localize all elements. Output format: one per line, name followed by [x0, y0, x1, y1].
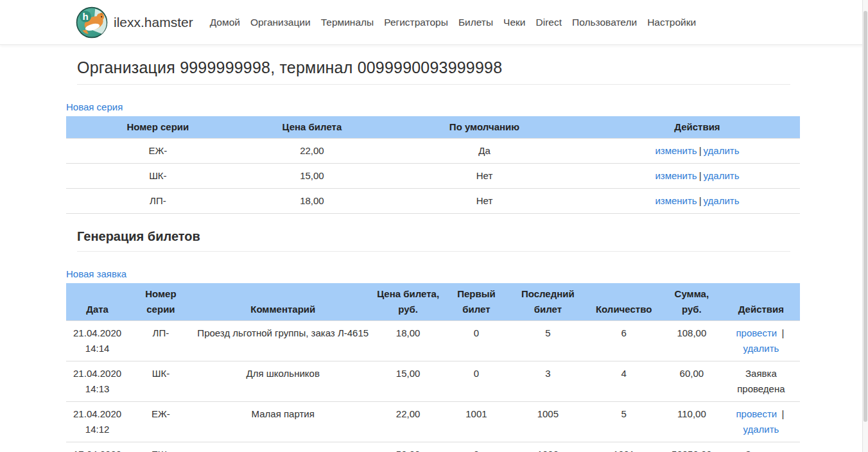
table-row: 21.04.2020 14:12 ЕЖ- Малая партия 22,00 … — [66, 402, 800, 442]
nav-item-users[interactable]: Пользователи — [567, 13, 642, 32]
cell-first-ticket: 0 — [443, 321, 509, 361]
action-separator: | — [699, 170, 702, 181]
cell-sum: 60,00 — [661, 361, 722, 402]
delete-link[interactable]: удалить — [704, 145, 740, 156]
cell-date: 21.04.2020 14:13 — [66, 361, 128, 402]
svg-text:h: h — [82, 10, 88, 21]
cell-comment — [193, 442, 373, 452]
delete-link[interactable]: удалить — [704, 195, 740, 206]
table-row: ШК- 15,00 Нет изменить|удалить — [66, 164, 800, 189]
col-header-series-number: Номер серии — [128, 283, 193, 321]
cell-actions: изменить|удалить — [595, 139, 800, 164]
nav-item-organizations[interactable]: Организации — [245, 13, 316, 32]
action-separator: | — [781, 327, 784, 338]
table-row: 17.04.2020 15:20 ЕЖ- 50,00 0 1000 1001 5… — [66, 442, 800, 452]
nav-item-settings[interactable]: Настройки — [642, 13, 701, 32]
action-separator: | — [699, 145, 702, 156]
cell-status: Заявка проведена — [722, 361, 800, 402]
scrollbar-thumb[interactable] — [864, 11, 867, 422]
nav-item-home[interactable]: Домой — [205, 13, 245, 32]
cell-actions: провести | удалить — [722, 321, 800, 361]
cell-first-ticket: 1001 — [443, 402, 509, 442]
cell-series-number: ЛП- — [128, 321, 193, 361]
cell-count: 6 — [586, 321, 661, 361]
edit-link[interactable]: изменить — [655, 170, 697, 181]
edit-link[interactable]: изменить — [655, 145, 697, 156]
section-divider — [77, 251, 790, 252]
edit-link[interactable]: изменить — [655, 195, 697, 206]
col-header-default: По умолчанию — [374, 116, 595, 139]
vertical-scrollbar[interactable] — [862, 0, 868, 452]
cell-series-number: ЛП- — [66, 189, 250, 214]
series-table: Номер серии Цена билета По умолчанию Дей… — [66, 116, 800, 214]
action-separator: | — [781, 408, 784, 419]
col-header-last-ticket: Последний билет — [509, 283, 586, 321]
hamster-logo-icon: h — [76, 6, 108, 39]
cell-series-number: ЕЖ- — [128, 442, 193, 452]
cell-default: Нет — [374, 164, 595, 189]
cell-last-ticket: 1005 — [509, 402, 586, 442]
col-header-first-ticket: Первый билет — [443, 283, 509, 321]
main-menu: Домой Организации Терминалы Регистраторы… — [205, 13, 701, 32]
delete-link[interactable]: удалить — [704, 170, 740, 181]
generation-table-header-row: Дата Номер серии Комментарий Цена билета… — [66, 283, 800, 321]
col-header-actions: Действия — [595, 116, 800, 139]
table-row: ЛП- 18,00 Нет изменить|удалить — [66, 189, 800, 214]
nav-item-terminals[interactable]: Терминалы — [316, 13, 379, 32]
cell-count: 5 — [586, 402, 661, 442]
col-header-comment: Комментарий — [193, 283, 373, 321]
cell-series-number: ЕЖ- — [128, 402, 193, 442]
action-separator: | — [699, 195, 702, 206]
cell-ticket-price: 22,00 — [373, 402, 444, 442]
brand-home-link[interactable]: h ilexx.hamster — [76, 6, 193, 39]
cell-default: Да — [374, 139, 595, 164]
title-divider — [77, 84, 790, 85]
cell-last-ticket: 1000 — [509, 442, 586, 452]
cell-comment: Проезд льготной группы, заказ Л-4615 — [193, 321, 373, 361]
delete-link[interactable]: удалить — [743, 343, 779, 354]
table-row: ЕЖ- 22,00 Да изменить|удалить — [66, 139, 800, 164]
cell-comment: Малая партия — [193, 402, 373, 442]
brand-name: ilexx.hamster — [114, 15, 193, 30]
cell-date: 21.04.2020 14:14 — [66, 321, 128, 361]
nav-item-tickets[interactable]: Билеты — [453, 13, 498, 32]
cell-comment: Для школьников — [193, 361, 373, 402]
cell-series-number: ЕЖ- — [66, 139, 250, 164]
cell-sum: 110,00 — [661, 402, 722, 442]
nav-item-direct[interactable]: Direct — [531, 13, 567, 32]
process-link[interactable]: провести — [736, 408, 777, 419]
series-table-header-row: Номер серии Цена билета По умолчанию Дей… — [66, 116, 800, 139]
cell-series-number: ШК- — [128, 361, 193, 402]
cell-first-ticket: 0 — [443, 361, 509, 402]
process-link[interactable]: провести — [736, 327, 777, 338]
cell-sum: 108,00 — [661, 321, 722, 361]
new-request-link[interactable]: Новая заявка — [66, 268, 126, 279]
cell-actions: изменить|удалить — [595, 164, 800, 189]
generation-heading: Генерация билетов — [77, 229, 790, 244]
col-header-ticket-price: Цена билета — [250, 116, 374, 139]
cell-count: 4 — [586, 361, 661, 402]
cell-ticket-price: 18,00 — [250, 189, 374, 214]
generation-table: Дата Номер серии Комментарий Цена билета… — [66, 283, 800, 452]
cell-sum: 50050,00 — [661, 442, 722, 452]
nav-item-receipts[interactable]: Чеки — [498, 13, 530, 32]
cell-ticket-price: 18,00 — [373, 321, 444, 361]
col-header-date: Дата — [66, 283, 128, 321]
delete-link[interactable]: удалить — [743, 424, 779, 435]
col-header-count: Количество — [586, 283, 661, 321]
main-content: Организация 9999999998, терминал 0099990… — [66, 58, 800, 452]
cell-ticket-price: 15,00 — [373, 361, 444, 402]
cell-last-ticket: 5 — [509, 321, 586, 361]
new-series-link[interactable]: Новая серия — [66, 101, 123, 112]
cell-default: Нет — [374, 189, 595, 214]
cell-first-ticket: 0 — [443, 442, 509, 452]
table-row: 21.04.2020 14:13 ШК- Для школьников 15,0… — [66, 361, 800, 402]
cell-ticket-price: 22,00 — [250, 139, 374, 164]
nav-item-registrators[interactable]: Регистраторы — [379, 13, 453, 32]
cell-series-number: ШК- — [66, 164, 250, 189]
cell-ticket-price: 50,00 — [373, 442, 444, 452]
col-header-series-number: Номер серии — [66, 116, 250, 139]
top-navbar: h ilexx.hamster Домой Организации Термин… — [0, 0, 868, 45]
cell-date: 17.04.2020 15:20 — [66, 442, 128, 452]
cell-actions: провести | удалить — [722, 402, 800, 442]
